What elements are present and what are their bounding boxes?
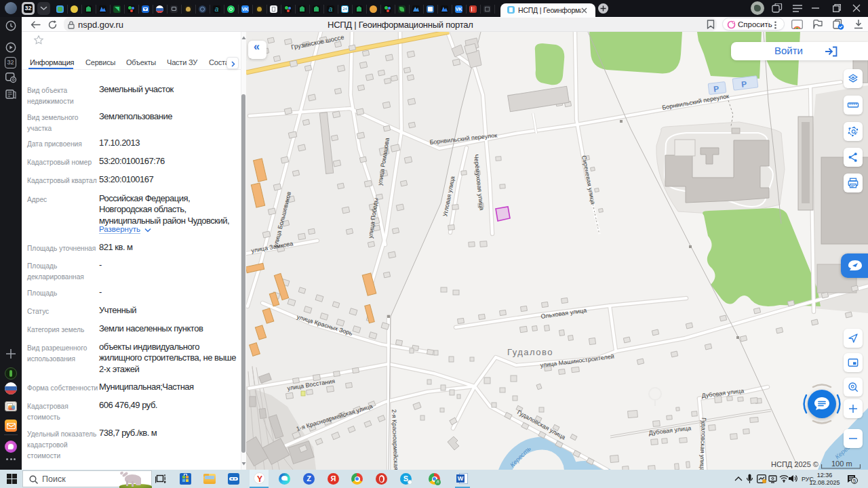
svg-text:Гудалово: Гудалово xyxy=(507,347,553,357)
svg-text:Р: Р xyxy=(713,84,719,94)
svg-text:Р: Р xyxy=(741,79,747,89)
